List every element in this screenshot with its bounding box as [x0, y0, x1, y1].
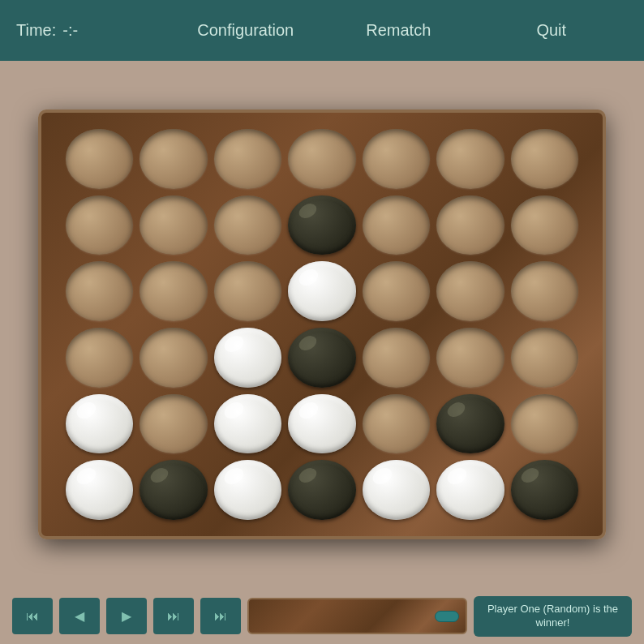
cell-0-4[interactable] — [363, 129, 430, 189]
cell-2-2[interactable] — [214, 261, 281, 321]
next-move-button[interactable]: ▶ — [106, 598, 147, 634]
cell-2-0[interactable] — [66, 261, 133, 321]
cell-4-2[interactable] — [214, 394, 281, 454]
cell-4-6[interactable] — [511, 394, 578, 454]
cell-3-6[interactable] — [511, 328, 578, 388]
end-icon: ⏭ — [214, 609, 227, 624]
cell-0-3[interactable] — [288, 129, 355, 189]
first-move-button[interactable]: ⏮ — [12, 598, 53, 634]
cell-0-5[interactable] — [436, 129, 504, 189]
cell-5-1[interactable] — [140, 460, 207, 520]
board-area — [0, 61, 644, 588]
cell-1-5[interactable] — [436, 195, 504, 255]
end-button[interactable]: ⏭ — [200, 598, 241, 634]
configuration-button[interactable]: Configuration — [170, 21, 323, 40]
cell-3-3[interactable] — [288, 328, 355, 388]
cell-4-5[interactable] — [436, 394, 504, 454]
cell-1-2[interactable] — [214, 195, 281, 255]
cell-4-3[interactable] — [288, 394, 355, 454]
rematch-button[interactable]: Rematch — [322, 21, 475, 40]
cell-2-1[interactable] — [140, 261, 207, 321]
time-value: -:- — [62, 21, 78, 40]
controls-bar: ⏮ ◀ ▶ ⏭ ⏭ Player One (Random) is the win… — [0, 588, 644, 644]
header: Time: -:- Configuration Rematch Quit — [0, 0, 644, 61]
first-icon: ⏮ — [26, 609, 39, 624]
cell-4-0[interactable] — [66, 394, 133, 454]
cell-0-0[interactable] — [66, 129, 133, 189]
cell-3-0[interactable] — [66, 328, 133, 388]
progress-bar[interactable] — [247, 598, 467, 634]
time-display: Time: -:- — [16, 21, 170, 40]
cell-5-3[interactable] — [288, 460, 355, 520]
cell-4-4[interactable] — [363, 394, 430, 454]
cell-0-1[interactable] — [140, 129, 207, 189]
winner-text: Player One (Random) is the winner! — [482, 603, 624, 630]
winner-announcement: Player One (Random) is the winner! — [474, 596, 632, 637]
cell-0-6[interactable] — [511, 129, 578, 189]
cell-5-2[interactable] — [214, 460, 281, 520]
cell-5-0[interactable] — [66, 460, 133, 520]
cell-5-5[interactable] — [436, 460, 504, 520]
quit-button[interactable]: Quit — [475, 21, 629, 40]
cell-1-3[interactable] — [288, 195, 355, 255]
progress-toggle[interactable] — [435, 611, 459, 622]
last-icon: ⏭ — [167, 609, 180, 624]
cell-3-2[interactable] — [214, 328, 281, 388]
cell-1-6[interactable] — [511, 195, 578, 255]
next-icon: ▶ — [122, 608, 131, 624]
cell-5-4[interactable] — [363, 460, 430, 520]
cell-5-6[interactable] — [511, 460, 578, 520]
cell-1-1[interactable] — [140, 195, 207, 255]
game-board — [38, 109, 606, 539]
cell-1-0[interactable] — [66, 195, 133, 255]
cell-2-5[interactable] — [436, 261, 504, 321]
prev-move-button[interactable]: ◀ — [59, 598, 100, 634]
cell-4-1[interactable] — [140, 394, 207, 454]
last-move-button[interactable]: ⏭ — [153, 598, 194, 634]
cell-1-4[interactable] — [363, 195, 430, 255]
cell-2-4[interactable] — [363, 261, 430, 321]
cell-3-4[interactable] — [363, 328, 430, 388]
cell-0-2[interactable] — [214, 129, 281, 189]
cell-2-6[interactable] — [511, 261, 578, 321]
prev-icon: ◀ — [75, 608, 84, 624]
cell-2-3[interactable] — [288, 261, 355, 321]
time-label: Time: — [16, 21, 56, 40]
cell-3-1[interactable] — [140, 328, 207, 388]
cell-3-5[interactable] — [436, 328, 504, 388]
